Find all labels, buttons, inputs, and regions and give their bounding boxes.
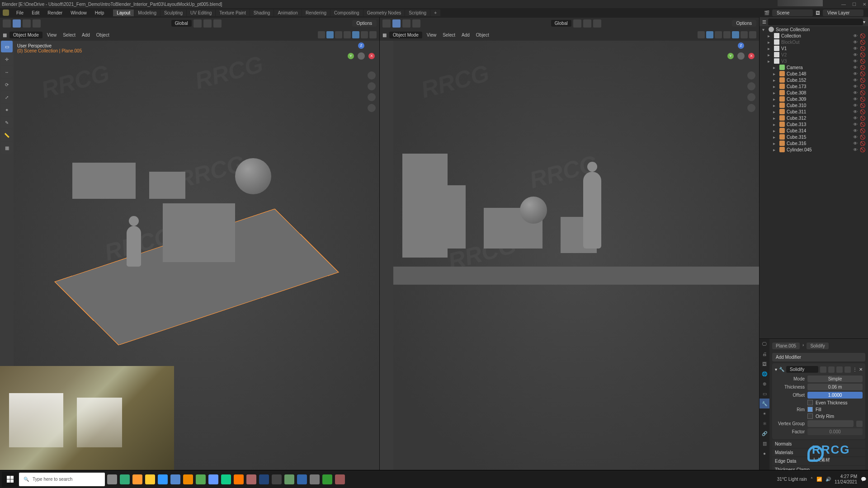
tab-layout[interactable]: Layout bbox=[113, 9, 134, 16]
visibility-toggles[interactable]: 👁🚫 bbox=[853, 109, 865, 114]
outliner-item[interactable]: ▸Collection👁🚫 bbox=[760, 33, 868, 39]
prop-tab-world-icon[interactable]: ⊕ bbox=[760, 379, 769, 389]
prop-tab-scene-icon[interactable]: 🌐 bbox=[760, 369, 769, 379]
disable-icon[interactable]: 🚫 bbox=[860, 103, 865, 108]
outliner-item[interactable]: ▸Cube.311👁🚫 bbox=[760, 108, 868, 115]
tab-sculpting[interactable]: Sculpting bbox=[160, 9, 186, 16]
visibility-toggles[interactable]: 👁🚫 bbox=[853, 135, 865, 140]
tab-modeling[interactable]: Modeling bbox=[134, 9, 160, 16]
taskbar-app-app2[interactable] bbox=[321, 473, 334, 486]
vgroup-field[interactable] bbox=[807, 420, 854, 427]
editor-icon[interactable]: ▦ bbox=[3, 33, 7, 38]
visibility-toggles[interactable]: 👁🚫 bbox=[853, 84, 865, 89]
disclosure-icon[interactable]: ▸ bbox=[773, 141, 778, 146]
tab-animation[interactable]: Animation bbox=[274, 9, 301, 16]
visibility-toggles[interactable]: 👁🚫 bbox=[853, 59, 865, 64]
disclosure-icon[interactable]: ▸ bbox=[773, 90, 778, 95]
taskbar-app-blender[interactable] bbox=[232, 473, 245, 486]
eye-icon[interactable]: 👁 bbox=[853, 78, 858, 83]
snap-toggle-icon[interactable] bbox=[573, 19, 581, 28]
gizmo-axis-y[interactable]: Y bbox=[348, 53, 354, 59]
propedit-toggle-icon[interactable] bbox=[213, 19, 222, 28]
visibility-toggles[interactable]: 👁🚫 bbox=[853, 116, 865, 121]
disable-icon[interactable]: 🚫 bbox=[860, 109, 865, 114]
gizmo-toggle-icon[interactable] bbox=[698, 31, 705, 38]
shading-solid-icon[interactable] bbox=[352, 31, 359, 38]
eye-icon[interactable]: 👁 bbox=[853, 65, 858, 70]
mode-select[interactable]: Simple bbox=[807, 375, 863, 382]
tab-shading[interactable]: Shading bbox=[250, 9, 274, 16]
prop-tab-output-icon[interactable]: 🖨 bbox=[760, 349, 769, 359]
outliner-item[interactable]: ▸Cube.148👁🚫 bbox=[760, 70, 868, 77]
xray-toggle-icon[interactable] bbox=[335, 31, 342, 38]
tool-annotate[interactable]: ✎ bbox=[1, 117, 13, 128]
taskbar-app-substance[interactable] bbox=[245, 473, 258, 486]
eye-icon[interactable]: 👁 bbox=[853, 116, 858, 121]
disable-icon[interactable]: 🚫 bbox=[860, 141, 865, 146]
close-button[interactable]: ✕ bbox=[863, 2, 866, 7]
disclosure-icon[interactable]: ▸ bbox=[773, 128, 778, 133]
vp-menu-view[interactable]: View bbox=[47, 33, 57, 38]
tool-select-box[interactable]: ▭ bbox=[1, 41, 13, 52]
disable-icon[interactable]: 🚫 bbox=[860, 135, 865, 140]
editor-icon[interactable]: ▦ bbox=[382, 33, 387, 38]
tab-scripting[interactable]: Scripting bbox=[405, 9, 430, 16]
orientation-select[interactable]: Global bbox=[551, 20, 571, 27]
disable-icon[interactable]: 🚫 bbox=[860, 33, 865, 38]
tray-volume-icon[interactable]: 🔊 bbox=[826, 477, 831, 482]
factor-field[interactable]: 0.000 bbox=[807, 428, 863, 435]
outliner-item[interactable]: ▸Cube.316👁🚫 bbox=[760, 140, 868, 146]
overlay-toggle-icon[interactable] bbox=[326, 31, 334, 38]
tool-addcube[interactable]: ▦ bbox=[1, 142, 13, 154]
move-view-icon[interactable] bbox=[368, 82, 376, 90]
subpanel-thicknessclamp[interactable]: Thickness Clamp bbox=[772, 466, 865, 470]
outliner-item[interactable]: ▸V1👁🚫 bbox=[760, 45, 868, 52]
tab-compositing[interactable]: Compositing bbox=[330, 9, 363, 16]
disclosure-icon[interactable]: ▸ bbox=[773, 122, 778, 127]
outliner-item[interactable]: ▸Cube.152👁🚫 bbox=[760, 77, 868, 83]
editor-type-icon[interactable] bbox=[382, 19, 391, 28]
vp-menu-select[interactable]: Select bbox=[443, 33, 455, 38]
prop-tab-render-icon[interactable]: 🖵 bbox=[760, 339, 769, 349]
nav-gizmo[interactable]: X Y Z bbox=[349, 44, 373, 68]
taskbar-app-word[interactable] bbox=[296, 473, 308, 486]
eye-icon[interactable]: 👁 bbox=[853, 52, 858, 57]
gizmo-axis-x[interactable]: X bbox=[368, 53, 375, 59]
outliner-item[interactable]: ▸Cube.313👁🚫 bbox=[760, 121, 868, 127]
eye-icon[interactable]: 👁 bbox=[853, 33, 858, 38]
taskbar-app-onenote[interactable] bbox=[283, 473, 296, 486]
outliner-item[interactable]: ▸Cube.314👁🚫 bbox=[760, 127, 868, 134]
taskbar-app-file-explorer[interactable] bbox=[131, 473, 144, 486]
gizmo-axis-z[interactable]: Z bbox=[358, 42, 364, 49]
vp-menu-add[interactable]: Add bbox=[462, 33, 470, 38]
tool-measure[interactable]: 📏 bbox=[1, 129, 13, 141]
maximize-button[interactable]: ☐ bbox=[852, 2, 856, 7]
eye-icon[interactable]: 👁 bbox=[853, 109, 858, 114]
eye-icon[interactable]: 👁 bbox=[853, 59, 858, 64]
shading-matprev-icon[interactable] bbox=[741, 31, 748, 38]
outliner-item[interactable]: ▸Cube.173👁🚫 bbox=[760, 83, 868, 89]
notifications-icon[interactable]: 💬 bbox=[861, 477, 866, 482]
prop-tab-modifier-icon[interactable]: 🔧 bbox=[760, 399, 769, 408]
disable-icon[interactable]: 🚫 bbox=[860, 46, 865, 51]
viewport-canvas-right[interactable]: RRCG RRCG RRCG bbox=[393, 41, 759, 470]
perspective-toggle-icon[interactable] bbox=[368, 104, 376, 112]
shading-render-icon[interactable] bbox=[749, 31, 756, 38]
select-tool-icon[interactable] bbox=[13, 19, 21, 28]
eye-icon[interactable]: 👁 bbox=[853, 84, 858, 89]
prop-tab-object-icon[interactable]: ▭ bbox=[760, 389, 769, 399]
disclosure-icon[interactable]: ▾ bbox=[775, 367, 777, 372]
disclosure-icon[interactable]: ▸ bbox=[773, 116, 778, 121]
gizmo-axis-z[interactable]: Z bbox=[738, 42, 744, 49]
outliner-item[interactable]: ▸BlockOut👁🚫 bbox=[760, 39, 868, 45]
camera-view-icon[interactable] bbox=[368, 93, 376, 101]
disclosure-icon[interactable]: ▾ bbox=[762, 27, 767, 32]
start-button[interactable] bbox=[2, 472, 18, 487]
eye-icon[interactable]: 👁 bbox=[853, 97, 858, 102]
disable-icon[interactable]: 🚫 bbox=[860, 52, 865, 57]
disclosure-icon[interactable]: ▸ bbox=[768, 59, 772, 64]
disclosure-icon[interactable]: ▸ bbox=[773, 78, 778, 83]
visibility-toggles[interactable]: 👁🚫 bbox=[853, 147, 865, 152]
gizmo-axis-x[interactable]: X bbox=[748, 53, 755, 59]
visibility-toggles[interactable]: 👁🚫 bbox=[853, 122, 865, 127]
